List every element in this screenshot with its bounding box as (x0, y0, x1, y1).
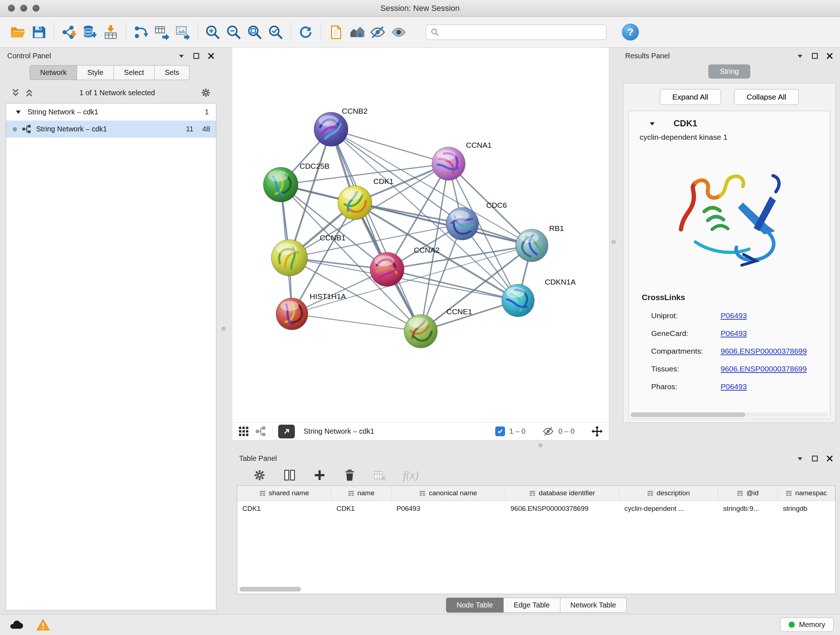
pan-crosshair-icon[interactable] (591, 425, 603, 437)
open-session-button[interactable] (7, 21, 28, 44)
cloud-status-button[interactable] (6, 617, 26, 632)
network-node-cdc6[interactable] (446, 207, 478, 240)
import-table-button[interactable] (100, 21, 121, 44)
tab-string[interactable]: String (708, 65, 750, 79)
tab-edge-table[interactable]: Edge Table (504, 598, 561, 613)
expand-all-networks-icon[interactable] (25, 88, 34, 97)
tab-select[interactable]: Select (114, 65, 155, 80)
show-columns-icon[interactable] (283, 469, 296, 482)
collapse-all-button[interactable]: Collapse All (734, 89, 799, 105)
save-session-button[interactable] (28, 21, 49, 44)
network-collection-row[interactable]: String Network – cdk1 1 (6, 103, 216, 120)
zoom-selected-button[interactable] (265, 21, 286, 44)
column-header[interactable]: name (332, 486, 392, 500)
network-node-ccne1[interactable] (404, 315, 437, 348)
tab-network[interactable]: Network (30, 65, 77, 80)
table-row[interactable]: CDK1 CDK1 P06493 9606.ENSP00000378699 cy… (237, 501, 835, 516)
tab-node-table[interactable]: Node Table (446, 598, 504, 613)
close-panel-icon[interactable] (826, 52, 834, 60)
close-panel-icon[interactable] (207, 52, 215, 60)
network-edge[interactable] (331, 129, 448, 164)
hidden-eye-slash-icon[interactable] (542, 425, 554, 437)
column-header[interactable]: @id (718, 486, 778, 500)
selected-checkbox-icon[interactable] (495, 426, 505, 436)
search-input[interactable] (442, 28, 602, 36)
expand-all-button[interactable]: Expand All (660, 89, 721, 105)
tab-network-table[interactable]: Network Table (561, 598, 627, 613)
import-network-database-button[interactable] (79, 21, 100, 44)
import-table-icon (103, 24, 119, 41)
show-panels-button[interactable] (388, 21, 409, 44)
export-table-button[interactable] (151, 21, 172, 44)
network-node-ccnb1[interactable] (271, 240, 308, 276)
horizontal-splitter[interactable] (232, 440, 836, 450)
column-header[interactable]: database identifier (505, 486, 619, 500)
network-node-ccna1[interactable] (432, 147, 465, 180)
tab-sets[interactable]: Sets (155, 65, 189, 80)
panel-menu-caret-icon[interactable] (178, 52, 185, 60)
crosslink-value[interactable]: 9606.ENSP00000378699 (721, 364, 807, 373)
network-node-ccnb2[interactable] (314, 112, 348, 146)
new-document-button[interactable] (325, 21, 346, 44)
vertical-splitter-handle[interactable] (221, 326, 226, 331)
zoom-in-button[interactable] (202, 21, 223, 44)
zoom-window-button[interactable] (33, 5, 39, 11)
table-settings-gear-icon[interactable] (253, 469, 266, 482)
open-in-new-button[interactable] (278, 424, 295, 439)
disclosure-caret-icon[interactable] (15, 109, 22, 116)
section-collapse-caret-icon[interactable] (648, 119, 656, 127)
memory-button[interactable]: Memory (780, 618, 834, 632)
float-panel-icon[interactable] (811, 52, 819, 60)
column-header[interactable]: shared name (237, 486, 332, 500)
create-column-plus-icon[interactable] (313, 469, 326, 482)
apply-layout-button[interactable] (295, 21, 316, 44)
network-node-hist1h1a[interactable] (276, 298, 308, 330)
network-node-cdkn1a[interactable] (502, 284, 534, 317)
zoom-out-button[interactable] (223, 21, 244, 44)
network-canvas-svg[interactable]: CCNB2CCNA1CDC25BCDK1CDC6RB1CCNB1CCNA2CDK… (232, 48, 609, 422)
vertical-splitter-handle[interactable] (611, 240, 616, 244)
close-window-button[interactable] (8, 5, 15, 11)
network-edge[interactable] (292, 314, 421, 331)
column-header[interactable]: canonical name (392, 486, 505, 500)
export-network-button[interactable] (130, 21, 151, 44)
tab-style[interactable]: Style (77, 65, 114, 80)
minimize-window-button[interactable] (20, 5, 27, 11)
birds-eye-grid-icon[interactable] (238, 426, 249, 437)
network-node-rb1[interactable] (515, 229, 548, 262)
network-row-selected[interactable]: String Network – cdk1 11 48 (6, 120, 216, 138)
network-label: String Network – cdk1 (36, 125, 107, 133)
zoom-fit-button[interactable] (244, 21, 265, 44)
edge-count: 48 (202, 125, 210, 133)
crosslink-value[interactable]: P06493 (721, 382, 747, 391)
export-image-button[interactable] (172, 21, 193, 44)
float-panel-icon[interactable] (193, 52, 200, 60)
network-node-cdc25b[interactable] (264, 167, 298, 202)
table-horizontal-scrollbar[interactable] (240, 587, 301, 592)
network-options-gear-icon[interactable] (201, 87, 211, 98)
help-button[interactable]: ? (622, 24, 639, 41)
network-node-cdk1[interactable] (338, 186, 372, 220)
column-header[interactable]: namespac (778, 486, 835, 500)
crosslink-value[interactable]: 9606.ENSP00000378699 (721, 347, 807, 356)
float-panel-icon[interactable] (811, 455, 819, 462)
network-small-icon[interactable] (255, 426, 266, 437)
hide-panels-button[interactable] (367, 21, 388, 44)
delete-column-trash-icon[interactable] (343, 469, 356, 482)
panel-menu-caret-icon[interactable] (796, 455, 804, 462)
crosslink-value[interactable]: P06493 (721, 311, 747, 320)
network-node-ccna2[interactable] (370, 252, 404, 287)
results-horizontal-scrollbar[interactable] (630, 412, 828, 417)
import-network-file-button[interactable] (58, 21, 79, 44)
panel-menu-caret-icon[interactable] (796, 52, 804, 60)
collapse-all-networks-icon[interactable] (11, 88, 20, 97)
crosslink-value[interactable]: P06493 (721, 329, 747, 338)
column-type-icon (419, 490, 425, 496)
search-field[interactable] (426, 25, 607, 40)
close-panel-icon[interactable] (826, 455, 834, 462)
network-edge[interactable] (331, 129, 421, 331)
protein-name: CDK1 (674, 119, 697, 128)
warnings-button[interactable] (33, 617, 53, 632)
column-header[interactable]: description (619, 486, 718, 500)
home-button[interactable] (346, 21, 367, 44)
